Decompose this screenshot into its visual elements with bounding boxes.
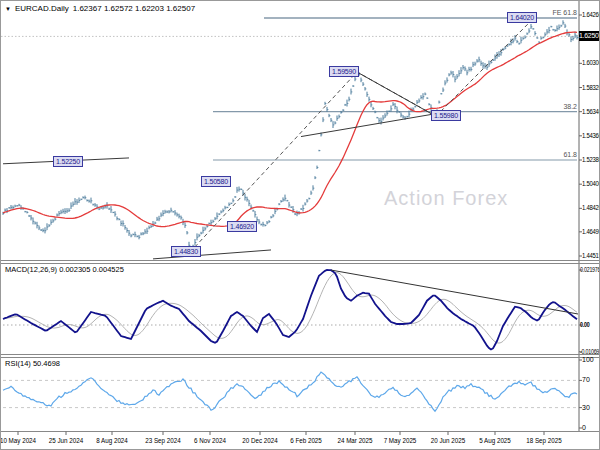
- date-axis-label: 23 Sep 2024: [145, 437, 180, 444]
- rsi-axis-tick: 30: [582, 404, 590, 411]
- symbol-dropdown-icon[interactable]: ▼: [5, 6, 11, 12]
- price-axis-tick: 1.50400: [582, 180, 600, 187]
- price-callout: 1.52250: [53, 156, 83, 167]
- price-chart-canvas[interactable]: [1, 1, 600, 450]
- rsi-axis-tick: 100: [582, 356, 594, 363]
- date-axis-label: 20 Jun 2025: [431, 437, 465, 444]
- macd-axis-tick: -0.010692: [580, 348, 600, 355]
- fib-level-label: 61.8: [563, 151, 577, 158]
- macd-axis-tick: 0.021976: [580, 266, 600, 273]
- price-axis-tick: 1.48420: [582, 204, 600, 211]
- macd-label: MACD(12,26,9) 0.002305 0.004525: [5, 265, 124, 274]
- date-axis-label: 18 Sep 2025: [526, 437, 561, 444]
- date-axis-label: 7 May 2025: [384, 437, 417, 444]
- date-axis-label: 8 Aug 2024: [96, 437, 128, 444]
- symbol-label: EURCAD.Daily: [15, 4, 69, 13]
- chart-title: ▼ EURCAD.Daily 1.62367 1.62572 1.62203 1…: [5, 4, 195, 13]
- chart-root: ▼ EURCAD.Daily 1.62367 1.62572 1.62203 1…: [0, 0, 600, 450]
- price-callout: 1.46920: [227, 221, 257, 232]
- rsi-label: RSI(14) 50.4698: [5, 359, 60, 368]
- price-axis-tick: 1.52380: [582, 156, 600, 163]
- price-axis-tick: 1.54360: [582, 132, 600, 139]
- rsi-axis-tick: 0: [582, 424, 586, 431]
- date-axis-label: 25 Jun 2024: [49, 437, 83, 444]
- price-callout: 1.50580: [201, 176, 231, 187]
- price-axis-tick: 1.46495: [582, 228, 600, 235]
- macd-axis-tick: 0.00: [580, 321, 589, 328]
- date-axis-label: 20 Dec 2024: [242, 437, 277, 444]
- watermark: Action Forex: [384, 187, 508, 210]
- ohlc-values: 1.62367 1.62572 1.62203 1.62507: [73, 4, 195, 13]
- date-axis-label: 5 Aug 2025: [479, 437, 511, 444]
- date-axis-label: 6 Feb 2025: [290, 437, 322, 444]
- price-callout: 1.64020: [507, 12, 537, 23]
- fib-level-label: 38.2: [563, 103, 577, 110]
- price-axis-tick: 1.58320: [582, 84, 600, 91]
- price-callout: 1.55980: [431, 110, 461, 121]
- rsi-axis-tick: 70: [582, 376, 590, 383]
- price-axis-tick: 1.56340: [582, 108, 600, 115]
- price-axis-tick: 1.64260: [582, 11, 600, 18]
- price-axis-tick: 1.44515: [582, 252, 600, 259]
- price-callout: 1.59590: [329, 66, 359, 77]
- current-price-tag: 1.62507: [579, 31, 600, 41]
- date-axis-label: 24 Mar 2025: [337, 437, 372, 444]
- price-callout: 1.44830: [171, 246, 201, 257]
- date-axis-label: 10 May 2024: [0, 437, 36, 444]
- price-axis-tick: 1.60300: [582, 59, 600, 66]
- date-axis-label: 6 Nov 2024: [194, 437, 226, 444]
- fib-level-label: FE 61.8: [552, 9, 577, 16]
